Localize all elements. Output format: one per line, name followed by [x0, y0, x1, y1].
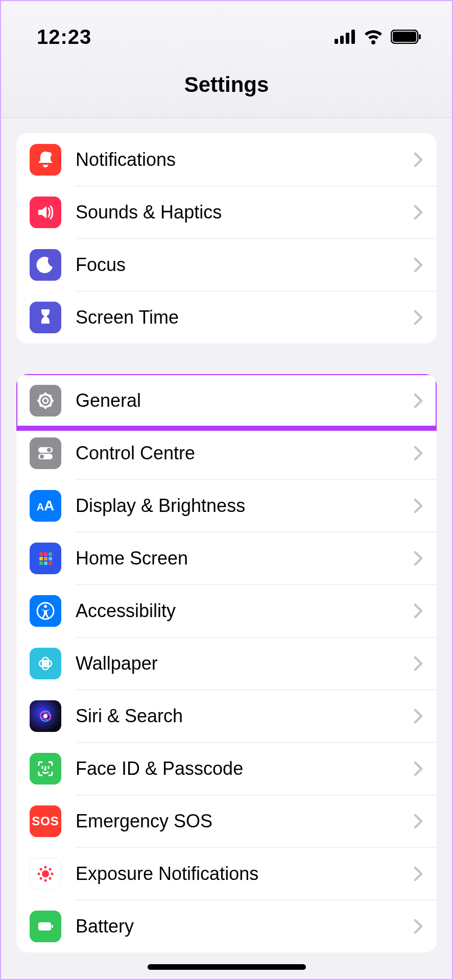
row-label: Notifications — [76, 149, 413, 170]
battery-setting-icon — [30, 911, 61, 942]
wallpaper-icon — [30, 648, 61, 679]
row-label: Control Centre — [76, 443, 413, 464]
svg-point-32 — [44, 605, 47, 608]
status-indicators — [335, 29, 421, 44]
chevron-right-icon — [413, 446, 423, 461]
svg-rect-52 — [38, 922, 51, 930]
svg-point-45 — [44, 879, 47, 881]
svg-rect-1 — [340, 36, 344, 44]
page-title: Settings — [1, 72, 452, 97]
row-siri[interactable]: Siri & Search — [16, 690, 437, 742]
row-controlcentre[interactable]: Control Centre — [16, 427, 437, 479]
row-sos[interactable]: SOS Emergency SOS — [16, 795, 437, 847]
chevron-right-icon — [413, 498, 423, 513]
chevron-right-icon — [413, 205, 423, 220]
settings-group-2: General Control Centre AA Display & Brig… — [16, 374, 437, 952]
row-label: Siri & Search — [76, 705, 413, 727]
svg-rect-25 — [39, 557, 43, 560]
page-header: Settings — [1, 62, 452, 118]
svg-rect-6 — [419, 34, 421, 39]
row-label: Display & Brightness — [76, 495, 413, 517]
row-homescreen[interactable]: Home Screen — [16, 532, 437, 584]
row-accessibility[interactable]: Accessibility — [16, 584, 437, 637]
row-label: Face ID & Passcode — [76, 758, 413, 779]
svg-line-15 — [49, 395, 51, 397]
svg-point-47 — [51, 872, 54, 875]
row-label: Battery — [76, 916, 413, 937]
general-icon — [30, 385, 61, 416]
row-label: Home Screen — [76, 548, 413, 569]
chevron-right-icon — [413, 866, 423, 881]
battery-icon — [391, 30, 421, 44]
svg-rect-5 — [393, 32, 416, 42]
chevron-right-icon — [413, 152, 423, 167]
row-screentime[interactable]: Screen Time — [16, 291, 437, 344]
row-battery[interactable]: Battery — [16, 900, 437, 952]
row-sounds[interactable]: Sounds & Haptics — [16, 186, 437, 238]
cellular-icon — [335, 30, 356, 44]
screentime-icon — [30, 302, 61, 333]
home-indicator[interactable] — [148, 964, 306, 970]
svg-point-46 — [38, 872, 40, 875]
svg-point-17 — [43, 398, 48, 403]
chevron-right-icon — [413, 257, 423, 273]
row-label: Accessibility — [76, 600, 413, 622]
homescreen-icon — [30, 543, 61, 574]
chevron-right-icon — [413, 551, 423, 566]
svg-rect-3 — [351, 30, 355, 44]
row-display[interactable]: AA Display & Brightness — [16, 479, 437, 532]
row-label: Exposure Notifications — [76, 863, 413, 885]
row-label: Screen Time — [76, 307, 413, 328]
svg-rect-22 — [39, 552, 43, 556]
focus-icon — [30, 249, 61, 281]
accessibility-icon — [30, 595, 61, 627]
sounds-icon — [30, 197, 61, 228]
svg-point-40 — [43, 714, 47, 718]
controlcentre-icon — [30, 437, 61, 469]
svg-point-48 — [40, 868, 42, 870]
svg-point-21 — [40, 454, 44, 458]
svg-line-16 — [40, 404, 42, 406]
svg-line-14 — [49, 404, 51, 406]
status-time: 12:23 — [37, 26, 91, 48]
svg-rect-2 — [346, 33, 349, 44]
svg-rect-26 — [44, 557, 47, 560]
svg-point-51 — [49, 877, 52, 879]
row-label: Wallpaper — [76, 653, 413, 674]
chevron-right-icon — [413, 708, 423, 724]
svg-rect-24 — [49, 552, 52, 556]
chevron-right-icon — [413, 919, 423, 934]
faceid-icon — [30, 753, 61, 785]
row-focus[interactable]: Focus — [16, 238, 437, 291]
svg-point-19 — [47, 448, 51, 452]
settings-group-1: Notifications Sounds & Haptics Focus Scr… — [16, 133, 437, 344]
row-label: Emergency SOS — [76, 811, 413, 832]
status-bar: 12:23 — [1, 1, 452, 62]
svg-rect-0 — [335, 39, 338, 44]
svg-point-7 — [46, 152, 52, 157]
row-label: Focus — [76, 254, 413, 276]
svg-rect-23 — [44, 552, 47, 556]
svg-rect-53 — [52, 925, 53, 928]
row-wallpaper[interactable]: Wallpaper — [16, 637, 437, 690]
row-label: Sounds & Haptics — [76, 202, 413, 223]
svg-point-43 — [42, 870, 49, 877]
row-label: General — [76, 390, 413, 411]
row-faceid[interactable]: Face ID & Passcode — [16, 742, 437, 795]
chevron-right-icon — [413, 656, 423, 671]
svg-line-13 — [40, 395, 42, 397]
notifications-icon — [30, 144, 61, 176]
chevron-right-icon — [413, 603, 423, 619]
svg-point-49 — [49, 868, 52, 870]
svg-rect-28 — [39, 561, 43, 565]
svg-rect-29 — [44, 561, 47, 565]
row-exposure[interactable]: Exposure Notifications — [16, 847, 437, 900]
chevron-right-icon — [413, 310, 423, 325]
svg-rect-27 — [49, 557, 52, 560]
svg-point-50 — [40, 877, 42, 879]
chevron-right-icon — [413, 761, 423, 776]
row-notifications[interactable]: Notifications — [16, 133, 437, 186]
wifi-icon — [363, 29, 384, 44]
row-general[interactable]: General — [16, 374, 437, 427]
sos-icon: SOS — [30, 805, 61, 837]
